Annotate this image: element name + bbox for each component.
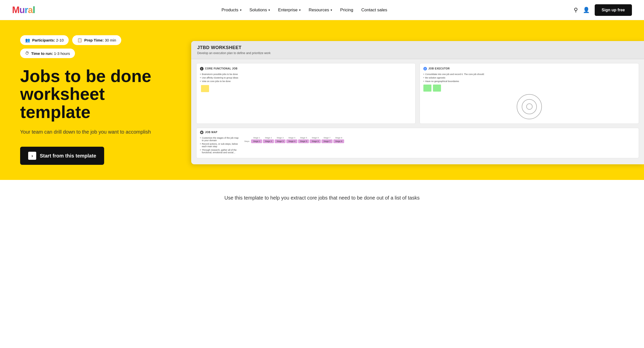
clipboard-icon: 📋 [77,38,82,43]
badge-prep-time: 📋 Prep Time: 30 min [72,35,121,45]
sticky-note-green [423,85,431,92]
participants-icon: 👥 [25,38,30,43]
template-section-job-executor: 2 JOB EXECUTOR • Consolidate into one jo… [420,63,639,124]
nav-resources[interactable]: Resources ▾ [309,8,332,13]
signup-button[interactable]: Sign up free [595,4,632,16]
template-body: 1 CORE FUNCTIONAL JOB • Brainstorm possi… [191,59,644,162]
bullet-3-2: • Record actions, or sub-steps, below ea… [200,143,240,148]
chevron-down-icon: ▾ [240,8,242,12]
section-num-2: 2 [423,67,427,70]
circle-core [526,103,533,110]
template-section-job-map: ■ JOB MAP • Customize the stages of the … [196,128,639,158]
template-section-core-job: 1 CORE FUNCTIONAL JOB • Brainstorm possi… [196,63,416,124]
template-preview-card: JTBD WORKSHEET Develop an execution plan… [191,41,644,164]
circle-inner [522,99,537,114]
stage-6: Stage 6Stage 6 [310,137,321,143]
circle-diagram [423,94,635,119]
chevron-down-icon: ▾ [331,8,332,12]
section-title-2: JOB EXECUTOR [428,67,450,70]
hero-right-preview: JTBD WORKSHEET Develop an execution plan… [186,20,644,180]
nav-links: Products ▾ Solutions ▾ Enterprise ▾ Reso… [221,8,387,13]
stage-4: Stage 4Stage 4 [286,137,297,143]
bullet-3-1: • Customize the stages of the job map to… [200,137,240,142]
section-num-1: 1 [200,67,204,70]
template-worksheet-title: JTBD WORKSHEET [197,45,638,50]
stage-3: Stage 3Stage 3 [275,137,286,143]
cta-arrow-icon: › [28,152,36,160]
template-worksheet-subtitle: Develop an execution plan to define and … [197,51,638,55]
stage-2: Stage 2Stage 2 [263,137,274,143]
bullet-1-3: • Vote on core jobs to be done [200,80,412,83]
logo[interactable]: Mural [12,5,35,15]
badge-participants: 👥 Participants: 2-10 [20,35,69,45]
cta-label: Start from this template [40,153,96,159]
hero-badges: 👥 Participants: 2-10 📋 Prep Time: 30 min… [20,35,171,58]
stage-label-steps: Steps [244,140,249,142]
stage-8: Stage 8Stage 8 [333,137,344,143]
search-icon[interactable]: ⚲ [574,7,578,13]
nav-solutions[interactable]: Solutions ▾ [250,8,270,13]
below-hero-section: Use this template to help you extract co… [0,180,644,230]
nav-contact-sales[interactable]: Contact sales [361,8,387,13]
hero-subtitle: Your team can drill down to the job you … [20,128,171,136]
bullet-2-2: • Be solution agnostic [423,76,635,79]
chevron-down-icon: ▾ [299,8,301,12]
sticky-note-yellow [201,85,209,92]
bullet-2-1: • Consolidate into one job and record it… [423,73,635,75]
bullet-2-3: • Have no geographical boundaries [423,80,635,83]
badge-time-to-run: ⏱ Time to run: 1-3 hours [20,49,75,58]
stage-7: Stage 7Stage 7 [321,137,333,143]
hero-title: Jobs to be done worksheet template [20,67,171,121]
bullet-1-2: • Use affinity clustering to group ideas [200,76,412,79]
navigation: Mural Products ▾ Solutions ▾ Enterprise … [0,0,644,20]
nav-pricing[interactable]: Pricing [340,8,353,13]
nav-enterprise[interactable]: Enterprise ▾ [278,8,300,13]
template-header: JTBD WORKSHEET Develop an execution plan… [191,41,644,59]
hero-section: 👥 Participants: 2-10 📋 Prep Time: 30 min… [0,20,644,180]
hero-left-content: 👥 Participants: 2-10 📋 Prep Time: 30 min… [0,20,186,180]
user-icon[interactable]: 👤 [583,7,590,13]
nav-right-actions: ⚲ 👤 Sign up free [574,4,632,16]
below-hero-text: Use this template to help you extract co… [209,195,435,201]
clock-icon: ⏱ [25,51,29,56]
section-num-3: ■ [200,131,204,134]
chevron-down-icon: ▾ [268,8,270,12]
section-title-1: CORE FUNCTIONAL JOB [205,67,237,70]
circle-outer [517,94,542,119]
stage-5: Stage 5Stage 5 [298,137,309,143]
bullet-1-1: • Brainstorm possible jobs to be done [200,73,412,75]
stage-1: Stage 1Stage 1 [251,137,262,143]
nav-products[interactable]: Products ▾ [221,8,241,13]
section-title-3: JOB MAP [205,131,217,134]
cta-button[interactable]: › Start from this template [20,147,104,165]
bullet-3-3: • Through research, gather all of the fu… [200,149,240,154]
sticky-note-green-2 [433,85,441,92]
